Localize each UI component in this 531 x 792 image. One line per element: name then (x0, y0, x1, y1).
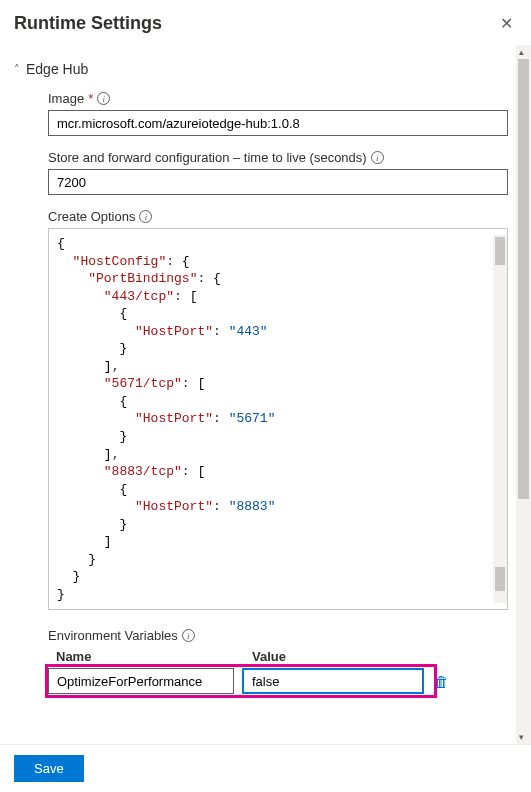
label-ttl: Store and forward configuration – time t… (48, 150, 512, 165)
section-header-edge-hub[interactable]: ˄ Edge Hub (14, 51, 512, 91)
env-table-header: Name Value (48, 649, 512, 664)
col-header-value: Value (252, 649, 286, 664)
panel-header: Runtime Settings ✕ (0, 0, 531, 45)
close-icon[interactable]: ✕ (496, 10, 517, 37)
required-asterisk: * (88, 91, 93, 106)
field-create-options: Create Options i { "HostConfig": { "Port… (48, 209, 512, 610)
label-env-vars: Environment Variables i (48, 628, 512, 643)
panel-title: Runtime Settings (14, 13, 162, 34)
save-button[interactable]: Save (14, 755, 84, 782)
info-icon[interactable]: i (139, 210, 152, 223)
label-create-options: Create Options i (48, 209, 512, 224)
code-scroll-thumb-bottom[interactable] (495, 567, 505, 591)
create-options-editor[interactable]: { "HostConfig": { "PortBindings": { "443… (48, 228, 508, 610)
scroll-up-icon[interactable]: ▴ (519, 47, 524, 57)
field-image: Image * i (48, 91, 512, 136)
runtime-settings-panel: Runtime Settings ✕ ˄ Edge Hub Image * i … (0, 0, 531, 792)
code-scroll-thumb-top[interactable] (495, 237, 505, 265)
ttl-input[interactable] (48, 169, 508, 195)
panel-footer: Save (0, 744, 531, 792)
section-title: Edge Hub (26, 61, 88, 77)
image-input[interactable] (48, 110, 508, 136)
scroll-thumb[interactable] (518, 59, 529, 499)
trash-icon[interactable]: 🗑 (434, 673, 449, 690)
code-scrollbar[interactable] (493, 235, 507, 603)
content-wrap: ˄ Edge Hub Image * i Store and forward c… (0, 45, 531, 744)
section-env-vars: Environment Variables i Name Value 🗑 (48, 628, 512, 694)
info-icon[interactable]: i (182, 629, 195, 642)
panel-scrollbar[interactable]: ▴ ▾ (516, 45, 531, 744)
label-image: Image * i (48, 91, 512, 106)
chevron-up-icon: ˄ (14, 63, 20, 76)
env-row: 🗑 (48, 668, 512, 694)
info-icon[interactable]: i (371, 151, 384, 164)
info-icon[interactable]: i (97, 92, 110, 105)
scroll-down-icon[interactable]: ▾ (519, 732, 524, 742)
env-name-input[interactable] (48, 668, 234, 694)
panel-content: ˄ Edge Hub Image * i Store and forward c… (0, 45, 516, 744)
field-ttl: Store and forward configuration – time t… (48, 150, 512, 195)
col-header-name: Name (56, 649, 252, 664)
env-value-input[interactable] (242, 668, 424, 694)
